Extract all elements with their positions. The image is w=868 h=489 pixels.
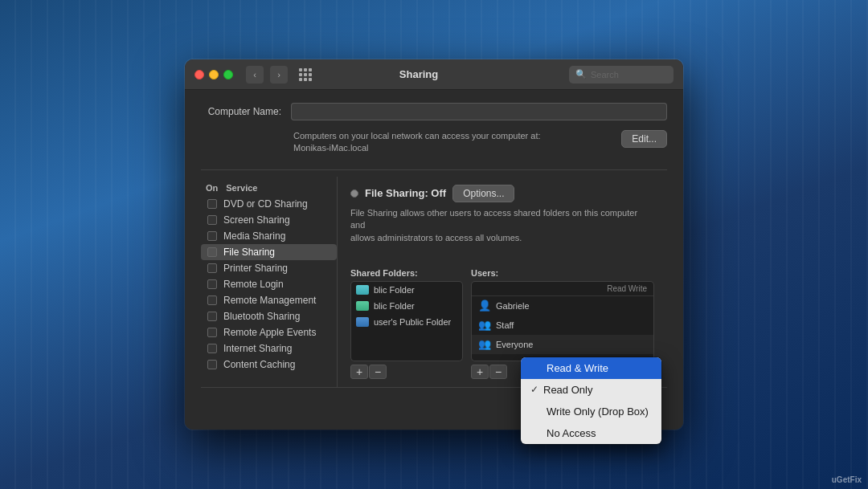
dropdown-item-write-only[interactable]: Write Only (Drop Box) <box>521 401 661 422</box>
user-icon-gabriele: 👤 <box>478 300 491 312</box>
back-button[interactable]: ‹ <box>246 66 264 84</box>
list-item[interactable]: 👥 Staff <box>472 316 653 335</box>
user-icon-everyone: 👥 <box>478 338 491 351</box>
computer-name-label: Computer Name: <box>201 106 281 117</box>
traffic-lights <box>194 70 233 79</box>
preferences-window: ‹ › Sharing 🔍 Search Computer Name: Comp… <box>185 59 683 430</box>
dropdown-item-read-write[interactable]: Read & Write <box>521 357 661 379</box>
sidebar-item-bluetooth[interactable]: Bluetooth Sharing <box>201 308 337 324</box>
status-dot <box>350 189 358 198</box>
shared-folders-panel: Shared Folders: blic Folder blic Folder <box>350 268 463 379</box>
search-icon: 🔍 <box>575 69 587 79</box>
checkbox-content[interactable] <box>207 360 217 369</box>
sidebar-label-apple-events: Remote Apple Events <box>223 327 316 338</box>
computer-name-input[interactable] <box>291 103 667 120</box>
watermark: uGetFix <box>832 475 862 484</box>
edit-button[interactable]: Edit... <box>621 130 667 148</box>
sidebar-item-internet[interactable]: Internet Sharing <box>201 340 337 357</box>
divider <box>201 169 667 170</box>
folder-plus-minus-row: + − <box>350 365 463 379</box>
content-area: Computer Name: Computers on your local n… <box>185 90 683 430</box>
options-button[interactable]: Options... <box>452 185 514 202</box>
list-item[interactable]: user's Public Folder <box>351 314 462 330</box>
checkbox-bluetooth[interactable] <box>207 312 217 321</box>
sidebar-item-printer[interactable]: Printer Sharing <box>201 260 337 276</box>
sidebar-label-media: Media Sharing <box>223 230 285 242</box>
users-panel: Users: Read Write 👤 Gabriele <box>471 268 654 379</box>
sidebar-item-media[interactable]: Media Sharing <box>201 228 337 244</box>
permission-dropdown: Read & Write ✓ Read Only Write Only (Dro… <box>521 357 661 444</box>
list-item[interactable]: 👥 Everyone Read & Write <box>472 335 653 354</box>
search-box[interactable]: 🔍 Search <box>569 66 674 84</box>
user-gabriele-left: 👤 Gabriele <box>478 300 530 312</box>
user-staff-left: 👥 Staff <box>478 319 514 332</box>
service-column-header: Service <box>226 183 257 193</box>
user-name-everyone: Everyone <box>496 340 533 349</box>
user-everyone-left: 👥 Everyone <box>478 338 533 351</box>
checkmark-icon: ✓ <box>530 384 538 395</box>
checkbox-printer[interactable] <box>207 263 217 273</box>
checkbox-screen[interactable] <box>207 215 217 225</box>
main-section: On Service DVD or CD Sharing Screen Shar… <box>201 177 667 387</box>
permission-header: Read Write <box>607 284 647 293</box>
checkbox-file[interactable] <box>207 247 217 257</box>
list-item[interactable]: blic Folder <box>351 282 462 298</box>
checkbox-remote-mgmt[interactable] <box>207 295 217 305</box>
checkbox-internet[interactable] <box>207 344 217 353</box>
checkbox-remote-login[interactable] <box>207 279 217 289</box>
users-header-row: Read Write <box>472 282 653 296</box>
local-network-text: Computers on your local network can acce… <box>293 130 541 155</box>
sidebar-header: On Service <box>201 177 337 196</box>
local-network-row: Computers on your local network can acce… <box>201 130 667 158</box>
remove-folder-button[interactable]: − <box>369 365 387 379</box>
folder-name-3: user's Public Folder <box>374 317 451 327</box>
remove-user-button[interactable]: − <box>489 365 507 379</box>
folder-list: blic Folder blic Folder user's Public Fo… <box>350 281 463 361</box>
sidebar-item-remote-mgmt[interactable]: Remote Management <box>201 292 337 308</box>
dropdown-label-read-only: Read Only <box>543 384 592 396</box>
dropdown-item-no-access[interactable]: No Access <box>521 422 661 444</box>
sidebar-item-remote-login[interactable]: Remote Login <box>201 276 337 292</box>
add-user-button[interactable]: + <box>471 365 489 379</box>
shared-folders-label: Shared Folders: <box>350 268 463 278</box>
computer-name-row: Computer Name: <box>201 103 667 120</box>
titlebar: ‹ › Sharing 🔍 Search <box>185 59 683 90</box>
checkbox-apple-events[interactable] <box>207 328 217 337</box>
checkbox-dvd[interactable] <box>207 199 217 209</box>
user-name-gabriele: Gabriele <box>496 301 530 311</box>
checkbox-media[interactable] <box>207 231 217 241</box>
sidebar-item-file[interactable]: File Sharing <box>201 244 337 260</box>
sidebar-item-content[interactable]: Content Caching <box>201 357 337 373</box>
file-sharing-header: File Sharing: Off Options... <box>350 185 654 202</box>
add-folder-button[interactable]: + <box>350 365 368 379</box>
sidebar-item-screen[interactable]: Screen Sharing <box>201 212 337 228</box>
file-sharing-title: File Sharing: Off <box>365 187 446 199</box>
sidebar: On Service DVD or CD Sharing Screen Shar… <box>201 177 338 387</box>
search-placeholder: Search <box>591 70 619 79</box>
sidebar-label-content: Content Caching <box>223 359 295 370</box>
sidebar-label-printer: Printer Sharing <box>223 263 288 274</box>
sidebar-label-dvd: DVD or CD Sharing <box>223 198 308 210</box>
file-sharing-desc: File Sharing allows other users to acces… <box>350 207 654 244</box>
list-item[interactable]: blic Folder <box>351 298 462 314</box>
sidebar-label-bluetooth: Bluetooth Sharing <box>223 311 300 322</box>
sidebar-item-apple-events[interactable]: Remote Apple Events <box>201 324 337 340</box>
user-icon-staff: 👥 <box>478 319 491 332</box>
dropdown-item-read-only[interactable]: ✓ Read Only <box>521 379 661 401</box>
minimize-button[interactable] <box>209 70 219 79</box>
right-panel: File Sharing: Off Options... File Sharin… <box>338 177 667 387</box>
dropdown-label-read-write: Read & Write <box>547 362 608 374</box>
folder-icon-blue <box>356 317 369 327</box>
folder-icon-green <box>356 301 369 311</box>
folder-name-1: blic Folder <box>374 285 415 295</box>
close-button[interactable] <box>194 70 204 79</box>
folder-name-2: blic Folder <box>374 301 415 311</box>
maximize-button[interactable] <box>223 70 233 79</box>
sidebar-item-dvd[interactable]: DVD or CD Sharing <box>201 196 337 212</box>
sidebar-label-remote-mgmt: Remote Management <box>223 295 316 306</box>
panels-row: Shared Folders: blic Folder blic Folder <box>350 268 654 379</box>
sidebar-label-file: File Sharing <box>223 247 275 258</box>
sidebar-label-internet: Internet Sharing <box>223 343 292 354</box>
list-item[interactable]: 👤 Gabriele <box>472 296 653 316</box>
dropdown-label-no-access: No Access <box>547 427 596 439</box>
